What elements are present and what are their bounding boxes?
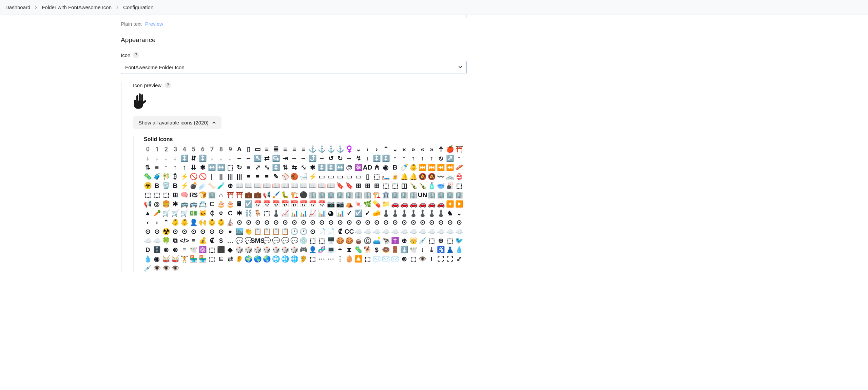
icon-glyph[interactable]: ⤴ xyxy=(309,154,316,162)
icon-glyph[interactable]: 📈 xyxy=(281,209,289,217)
icon-glyph[interactable]: 🥕 xyxy=(153,209,161,217)
icon-glyph[interactable]: ⊙ xyxy=(318,218,326,226)
icon-glyph[interactable]: 🖥 xyxy=(327,237,335,245)
icon-glyph[interactable]: ☣ xyxy=(144,182,152,190)
icon-glyph[interactable]: ⊙ xyxy=(400,218,408,226)
icon-glyph[interactable]: 🦠 xyxy=(354,246,362,254)
icon-glyph[interactable]: ↓ xyxy=(144,154,152,162)
icon-glyph[interactable]: 🧴 xyxy=(428,182,436,190)
icon-glyph[interactable]: ⤢ xyxy=(455,255,463,263)
icon-glyph[interactable]: 📷 xyxy=(327,200,335,208)
icon-glyph[interactable]: ⏮ xyxy=(419,163,426,171)
icon-glyph[interactable]: 🛒 xyxy=(180,209,188,217)
icon-glyph[interactable]: ♟ xyxy=(272,209,280,217)
icon-glyph[interactable]: ⧗ xyxy=(345,246,353,254)
icon-glyph[interactable]: 🎂 xyxy=(217,200,225,208)
icon-glyph[interactable]: ‹ xyxy=(364,145,371,153)
icon-glyph[interactable]: 🚫 xyxy=(190,173,197,180)
icon-glyph[interactable]: 🏢 xyxy=(354,191,362,199)
icon-glyph[interactable]: 🎲 xyxy=(254,246,262,254)
icon-glyph[interactable]: 👶 xyxy=(180,218,188,226)
help-icon[interactable]: ? xyxy=(133,52,139,58)
icon-glyph[interactable]: ⚓ xyxy=(309,145,316,153)
icon-glyph[interactable]: ⊙ xyxy=(428,218,436,226)
icon-glyph[interactable]: ⬚ xyxy=(364,255,371,263)
icon-glyph[interactable]: 👶 xyxy=(409,163,417,171)
icon-glyph[interactable]: 🏢 xyxy=(391,191,399,199)
icon-glyph[interactable]: 🥁 xyxy=(162,255,170,263)
icon-glyph[interactable]: ◎ xyxy=(153,200,161,208)
icon-glyph[interactable]: ⛺ xyxy=(345,200,353,208)
icon-glyph[interactable]: 🏋 xyxy=(180,255,188,263)
icon-glyph[interactable]: 🔖 xyxy=(345,182,353,190)
icon-glyph[interactable]: 🍾 xyxy=(419,182,426,190)
icon-glyph[interactable]: 🌿 xyxy=(364,200,371,208)
icon-glyph[interactable]: ◕ xyxy=(327,209,335,217)
icon-glyph[interactable]: ↑ xyxy=(400,154,408,162)
icon-glyph[interactable]: 📅 xyxy=(272,200,280,208)
icon-glyph[interactable]: ▭ xyxy=(254,145,262,153)
icon-glyph[interactable]: 🏛 xyxy=(382,191,390,199)
icon-glyph[interactable]: 🏢 xyxy=(345,191,353,199)
icon-glyph[interactable]: 🚗 xyxy=(437,200,445,208)
icon-glyph[interactable]: ☁ xyxy=(400,228,408,235)
icon-glyph[interactable]: @ xyxy=(345,163,353,171)
icon-glyph[interactable]: ↔ xyxy=(336,163,344,171)
icon-glyph[interactable]: ⊙ xyxy=(254,218,262,226)
icon-glyph[interactable]: ☑ xyxy=(354,209,362,217)
icon-glyph[interactable]: 🍎 xyxy=(446,145,454,153)
icon-glyph[interactable]: ⚛ xyxy=(354,163,362,171)
icon-glyph[interactable]: ⊞ xyxy=(354,182,362,190)
icon-glyph[interactable]: 📖 xyxy=(263,182,271,190)
icon-glyph[interactable]: 🛏 xyxy=(382,173,390,180)
icon-glyph[interactable]: ⊙ xyxy=(409,218,417,226)
icon-glyph[interactable]: ⧉ xyxy=(171,237,179,245)
icon-glyph[interactable]: ↓ xyxy=(153,154,161,162)
breadcrumb-dashboard[interactable]: Dashboard xyxy=(5,4,30,10)
icon-glyph[interactable]: ↖ xyxy=(254,154,262,162)
icon-glyph[interactable]: ≡ xyxy=(263,145,271,153)
icon-glyph[interactable]: ↺ xyxy=(327,154,335,162)
icon-glyph[interactable]: ⬚ xyxy=(446,237,454,245)
icon-glyph[interactable]: 👁 xyxy=(153,264,161,272)
breadcrumb-configuration[interactable]: Configuration xyxy=(123,4,153,10)
icon-glyph[interactable]: 💬 xyxy=(235,237,243,245)
icon-glyph[interactable]: 🎮 xyxy=(300,246,307,254)
icon-glyph[interactable]: AD xyxy=(364,163,371,171)
icon-glyph[interactable]: ♞ xyxy=(446,209,454,217)
icon-glyph[interactable]: ⬛ xyxy=(217,246,225,254)
icon-glyph[interactable]: ≡ xyxy=(180,246,188,254)
icon-glyph[interactable]: 🏢 xyxy=(428,191,436,199)
icon-glyph[interactable]: ✱ xyxy=(171,200,179,208)
icon-glyph[interactable]: 📅 xyxy=(300,200,307,208)
icon-glyph[interactable]: ◫ xyxy=(400,182,408,190)
icon-glyph[interactable]: 🏙 xyxy=(235,228,243,235)
icon-glyph[interactable]: ⊙ xyxy=(309,218,316,226)
icon-glyph[interactable]: ≡ xyxy=(281,145,289,153)
icon-glyph[interactable]: ⊞ xyxy=(364,182,371,190)
icon-glyph[interactable]: 📢 xyxy=(144,200,152,208)
icon-glyph[interactable]: ÷ xyxy=(336,246,344,254)
icon-glyph[interactable]: ⚫ xyxy=(300,191,307,199)
icon-glyph[interactable]: ⊙ xyxy=(272,218,280,226)
icon-glyph[interactable]: 🥚 xyxy=(345,255,353,263)
icon-glyph[interactable]: 🎲 xyxy=(272,246,280,254)
icon-glyph[interactable]: ⬚ xyxy=(382,182,390,190)
icon-glyph[interactable]: ⬚ xyxy=(318,237,326,245)
icon-glyph[interactable]: 🔕 xyxy=(419,173,426,180)
icon-glyph[interactable]: ↕ xyxy=(272,163,280,171)
icon-glyph[interactable]: 🚌 xyxy=(190,200,197,208)
icon-glyph[interactable]: ☁ xyxy=(373,228,381,235)
icon-glyph[interactable]: ⬚ xyxy=(162,191,170,199)
icon-glyph[interactable]: 👁 xyxy=(419,255,426,263)
icon-glyph[interactable]: ▭ xyxy=(354,173,362,180)
icon-glyph[interactable]: ⊙ xyxy=(290,218,298,226)
icon-glyph[interactable]: ⚡ xyxy=(180,182,188,190)
icon-glyph[interactable]: 📊 xyxy=(318,209,326,217)
icon-glyph[interactable]: 📖 xyxy=(318,182,326,190)
icon-glyph[interactable]: ≡ xyxy=(153,163,161,171)
icon-glyph[interactable]: 🗑 xyxy=(162,182,170,190)
icon-glyph[interactable]: 🧪 xyxy=(217,182,225,190)
icon-glyph[interactable]: ↪ xyxy=(272,154,280,162)
icon-glyph[interactable]: ✉ xyxy=(373,255,381,263)
